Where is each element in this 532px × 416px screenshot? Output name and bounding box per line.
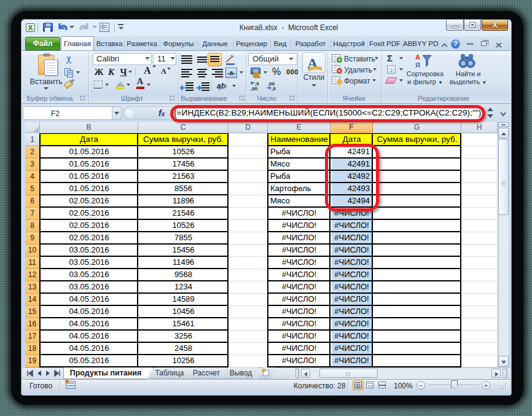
svg-text:А: А [415, 53, 420, 61]
svg-text:,0: ,0 [272, 86, 276, 91]
svg-text:Я: Я [415, 61, 420, 69]
svg-text:,00: ,00 [251, 86, 258, 91]
